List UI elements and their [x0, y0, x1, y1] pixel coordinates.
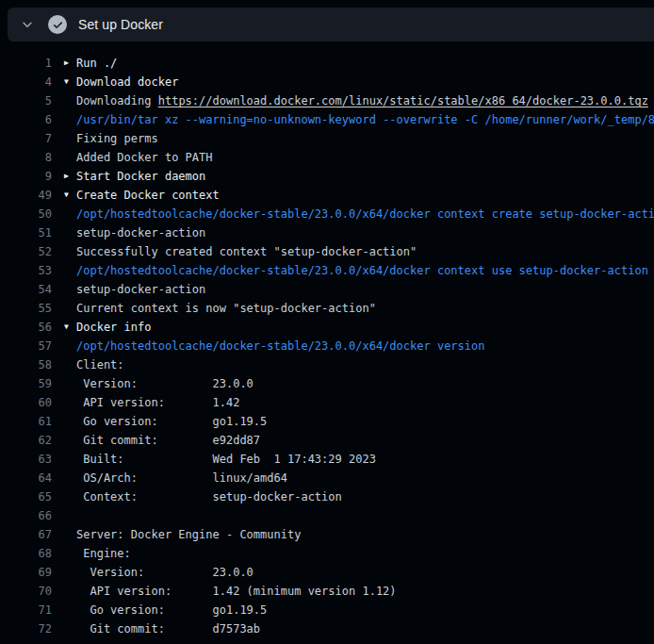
log-line: 68 Engine: — [0, 544, 654, 563]
line-text: Server: Docker Engine - Community — [76, 528, 301, 541]
line-body: Git commit: d7573ab — [64, 622, 260, 636]
line-text-prefix: Downloading — [76, 94, 158, 107]
line-body: /usr/bin/tar xz --warning=no-unknown-key… — [64, 113, 654, 126]
group-arrow-icon: ▼ — [64, 73, 76, 91]
line-number[interactable]: 61 — [0, 415, 52, 428]
line-number[interactable]: 53 — [0, 264, 52, 277]
line-number[interactable]: 68 — [0, 547, 52, 560]
log-line: 9 ▶ Start Docker daemon — [0, 167, 654, 186]
line-number[interactable]: 5 — [0, 94, 52, 107]
line-text: /opt/hostedtoolcache/docker-stable/23.0.… — [76, 207, 654, 221]
line-text: Go version: go1.19.5 — [76, 603, 267, 617]
step-header[interactable]: Set up Docker — [8, 8, 654, 41]
log-line: 71 Go version: go1.19.5 — [0, 601, 654, 619]
line-body: Version: 23.0.0 — [64, 377, 253, 390]
line-body: Context: setup-docker-action — [64, 490, 342, 504]
log-line: 51 setup-docker-action — [0, 223, 654, 242]
chevron-down-icon[interactable] — [20, 17, 35, 32]
line-number[interactable]: 64 — [0, 471, 52, 485]
line-text: Run ./ — [76, 57, 117, 70]
line-text: Create Docker context — [76, 189, 220, 202]
line-number[interactable]: 7 — [0, 132, 52, 145]
log-line: 66 — [0, 506, 654, 525]
line-text: /opt/hostedtoolcache/docker-stable/23.0.… — [76, 264, 648, 277]
line-text: Go version: go1.19.5 — [76, 415, 267, 428]
log-line: 59 Version: 23.0.0 — [0, 374, 654, 393]
line-number[interactable]: 65 — [0, 490, 52, 504]
line-text: Git commit: e92dd87 — [76, 434, 260, 447]
line-text: Engine: — [76, 547, 131, 560]
log-group-toggle[interactable]: ▶ Start Docker daemon — [64, 167, 205, 186]
line-body: Current context is now "setup-docker-act… — [64, 302, 376, 315]
line-number[interactable]: 72 — [0, 622, 52, 636]
line-text: Start Docker daemon — [76, 170, 205, 183]
line-text: Current context is now "setup-docker-act… — [76, 302, 376, 315]
group-arrow-icon: ▼ — [64, 318, 76, 337]
log-line: 50 /opt/hostedtoolcache/docker-stable/23… — [0, 205, 654, 223]
line-number[interactable]: 67 — [0, 528, 52, 541]
line-number[interactable]: 8 — [0, 151, 52, 164]
line-number[interactable]: 50 — [0, 207, 52, 221]
line-number[interactable]: 1 — [0, 57, 52, 70]
line-text: Successfully created context "setup-dock… — [76, 245, 417, 258]
line-text: OS/Arch: linux/amd64 — [76, 471, 287, 485]
log-group-toggle[interactable]: ▼ Docker info — [64, 318, 151, 337]
line-body: /opt/hostedtoolcache/docker-stable/23.0.… — [64, 207, 654, 221]
log-line: 5 Downloading https://download.docker.co… — [0, 91, 654, 110]
line-number[interactable]: 63 — [0, 453, 52, 466]
line-text: API version: 1.42 — [76, 396, 239, 409]
line-number[interactable]: 71 — [0, 603, 52, 617]
line-text: Added Docker to PATH — [76, 151, 213, 164]
log-line: 67 Server: Docker Engine - Community — [0, 525, 654, 544]
line-text: Download docker — [76, 75, 178, 89]
line-text: /opt/hostedtoolcache/docker-stable/23.0.… — [76, 339, 484, 353]
line-number[interactable]: 58 — [0, 358, 52, 372]
line-text: Client: — [76, 358, 124, 372]
line-text: Built: Wed Feb 1 17:43:29 2023 — [76, 453, 376, 466]
log-container: 1 ▶ Run ./ 4 ▼ Download docker 5 Downloa… — [0, 41, 654, 638]
line-body: /opt/hostedtoolcache/docker-stable/23.0.… — [64, 264, 648, 277]
log-line: 61 Go version: go1.19.5 — [0, 412, 654, 431]
line-body: Built: Wed Feb 1 17:43:29 2023 — [64, 453, 376, 466]
line-number[interactable]: 62 — [0, 434, 52, 447]
line-number[interactable]: 54 — [0, 283, 52, 296]
line-number[interactable]: 70 — [0, 585, 52, 598]
line-number[interactable]: 6 — [0, 113, 52, 126]
log-line: 1 ▶ Run ./ — [0, 54, 654, 73]
log-line: 62 Git commit: e92dd87 — [0, 431, 654, 450]
line-text: Context: setup-docker-action — [76, 490, 342, 504]
log-line: 58 Client: — [0, 355, 654, 374]
log-line: 72 Git commit: d7573ab — [0, 619, 654, 638]
line-number[interactable]: 69 — [0, 566, 52, 579]
line-number[interactable]: 9 — [0, 170, 52, 183]
line-number[interactable]: 52 — [0, 245, 52, 258]
line-body: Go version: go1.19.5 — [64, 603, 267, 617]
line-number[interactable]: 57 — [0, 339, 52, 353]
line-number[interactable]: 66 — [0, 509, 52, 522]
line-number[interactable]: 59 — [0, 377, 52, 390]
line-number[interactable]: 56 — [0, 321, 52, 334]
log-line: 7 Fixing perms — [0, 129, 654, 148]
line-number[interactable]: 55 — [0, 302, 52, 315]
log-group-toggle[interactable]: ▶ Run ./ — [64, 54, 117, 73]
line-body: Go version: go1.19.5 — [64, 415, 267, 428]
log-line: 63 Built: Wed Feb 1 17:43:29 2023 — [0, 450, 654, 469]
line-body: Added Docker to PATH — [64, 151, 213, 164]
log-link[interactable]: https://download.docker.com/linux/static… — [158, 94, 648, 107]
log-line: 54 setup-docker-action — [0, 280, 654, 299]
line-number[interactable]: 4 — [0, 75, 52, 89]
line-number[interactable]: 51 — [0, 226, 52, 239]
log-line: 65 Context: setup-docker-action — [0, 487, 654, 506]
line-text: setup-docker-action — [76, 226, 205, 239]
group-arrow-icon: ▶ — [64, 167, 76, 186]
line-body: Engine: — [64, 547, 131, 560]
log-group-toggle[interactable]: ▼ Create Docker context — [64, 186, 220, 205]
log-group-toggle[interactable]: ▼ Download docker — [64, 73, 178, 91]
line-number[interactable]: 60 — [0, 396, 52, 409]
log-line: 49 ▼ Create Docker context — [0, 186, 654, 205]
log-line: 53 /opt/hostedtoolcache/docker-stable/23… — [0, 261, 654, 280]
line-body: setup-docker-action — [64, 226, 205, 239]
line-number[interactable]: 49 — [0, 189, 52, 202]
line-body: API version: 1.42 (minimum version 1.12) — [64, 585, 397, 598]
line-text: API version: 1.42 (minimum version 1.12) — [76, 585, 397, 598]
